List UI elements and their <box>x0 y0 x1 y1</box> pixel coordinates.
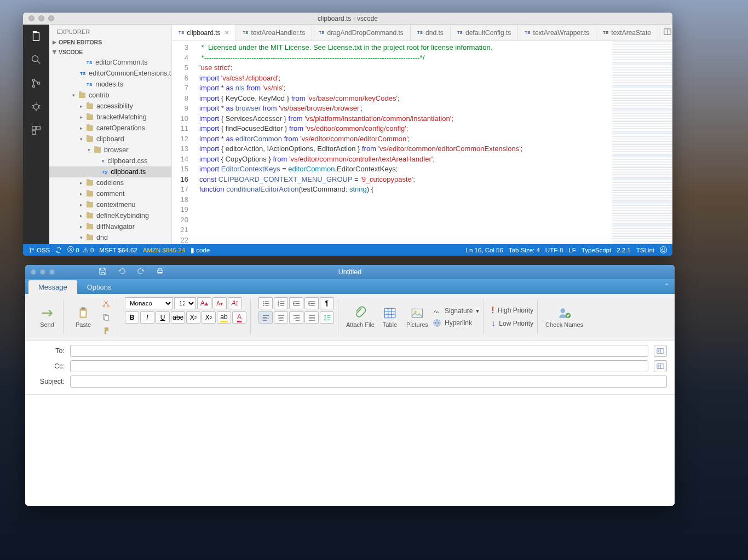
bold-button[interactable]: B <box>125 311 139 324</box>
align-left-button[interactable] <box>258 311 273 324</box>
paragraph-marks-button[interactable]: ¶ <box>320 297 334 309</box>
copy-icon[interactable] <box>99 311 113 323</box>
folder-dnd[interactable]: ▾dnd <box>49 232 171 243</box>
strikethrough-button[interactable]: abc <box>171 311 185 324</box>
font-name-select[interactable]: Monaco <box>125 297 173 309</box>
tab-textAreaState[interactable]: TStextAreaState <box>596 25 658 41</box>
stock-amzn[interactable]: AMZN $845.24 <box>143 247 185 253</box>
explorer-icon[interactable] <box>30 30 42 44</box>
font-color-button[interactable]: A <box>232 311 246 324</box>
file-editorCommon.ts[interactable]: TSeditorCommon.ts <box>49 57 171 68</box>
tab-dnd.ts[interactable]: TSdnd.ts <box>411 25 451 41</box>
editor-tabs: TSclipboard.ts×TStextAreaHandler.tsTSdra… <box>172 25 672 41</box>
numbering-button[interactable]: 123 <box>274 297 288 309</box>
folder-browser[interactable]: ▾browser <box>49 145 171 155</box>
branch-indicator[interactable]: OSS <box>28 247 50 253</box>
folder-caretOperations[interactable]: ▸caretOperations <box>49 123 171 134</box>
hyperlink-button[interactable]: Hyperlink <box>433 319 479 327</box>
cursor-position[interactable]: Ln 16, Col 56 <box>466 247 503 253</box>
bullets-button[interactable] <box>258 297 273 309</box>
cc-addressbook-button[interactable] <box>654 360 667 372</box>
line-spacing-button[interactable] <box>320 311 334 324</box>
highlight-button[interactable]: ab <box>217 311 231 324</box>
grow-font-icon[interactable]: A▴ <box>197 297 211 309</box>
open-editors-section[interactable]: ▶OPEN EDITORS <box>49 37 171 47</box>
subject-input[interactable] <box>70 376 667 388</box>
tab-textAreaWrapper.ts[interactable]: TStextAreaWrapper.ts <box>518 25 596 41</box>
stock-msft[interactable]: MSFT $64.62 <box>99 247 137 253</box>
root-folder-section[interactable]: ▶VSCODE <box>49 47 171 57</box>
increase-indent-button[interactable] <box>304 297 319 309</box>
italic-button[interactable]: I <box>140 311 154 324</box>
tab-dragAndDropCommand.ts[interactable]: TSdragAndDropCommand.ts <box>312 25 411 41</box>
ts-version[interactable]: 2.2.1 <box>617 247 631 253</box>
folder-defineKeybinding[interactable]: ▸defineKeybinding <box>49 210 171 221</box>
to-input[interactable] <box>70 345 648 357</box>
folder-accessibility[interactable]: ▸accessibility <box>49 101 171 112</box>
split-editor-icon[interactable] <box>664 28 671 37</box>
justify-button[interactable] <box>304 311 319 324</box>
table-button[interactable]: Table <box>378 306 402 328</box>
send-button[interactable]: Send <box>35 306 59 328</box>
feedback-icon[interactable] <box>660 246 667 253</box>
folder-contextmenu[interactable]: ▸contextmenu <box>49 199 171 210</box>
scm-icon[interactable] <box>30 77 42 91</box>
tab-size[interactable]: Tab Size: 4 <box>509 247 540 253</box>
folder-clipboard[interactable]: ▾clipboard <box>49 134 171 145</box>
folder-contrib[interactable]: ▾contrib <box>49 90 171 101</box>
collapse-ribbon-icon[interactable]: ⌃ <box>664 282 669 290</box>
errors-indicator[interactable]: ⓧ 0 ⚠ 0 <box>67 246 94 254</box>
tab-options[interactable]: Options <box>77 280 122 294</box>
folder-comment[interactable]: ▸comment <box>49 188 171 199</box>
format-painter-icon[interactable] <box>99 325 113 337</box>
mail-titlebar[interactable]: Untitled <box>25 265 675 279</box>
paste-button[interactable]: Paste <box>71 306 95 328</box>
debug-icon[interactable] <box>30 101 42 114</box>
minimap[interactable] <box>612 41 672 244</box>
search-icon[interactable] <box>30 54 42 67</box>
close-icon[interactable]: × <box>225 28 229 37</box>
align-center-button[interactable] <box>274 311 288 324</box>
tab-textAreaHandler.ts[interactable]: TStextAreaHandler.ts <box>236 25 312 41</box>
font-size-select[interactable]: 12 <box>174 297 196 309</box>
sidebar: EXPLORER ▶OPEN EDITORS ▶VSCODE TSeditorC… <box>49 25 172 244</box>
shrink-font-icon[interactable]: A▾ <box>212 297 227 309</box>
signature-button[interactable]: Signature ▾ <box>433 307 479 315</box>
tab-clipboard.ts[interactable]: TSclipboard.ts× <box>172 25 236 41</box>
check-names-button[interactable]: Check Names <box>545 306 583 328</box>
code-editor[interactable]: 345678910111213141516171819202122 * Lice… <box>172 41 672 244</box>
file-editorCommonExtensions.ts[interactable]: TSeditorCommonExtensions.ts <box>49 68 171 79</box>
subscript-button[interactable]: X2 <box>186 311 200 324</box>
svg-rect-6 <box>37 126 40 130</box>
vscode-titlebar[interactable]: clipboard.ts - vscode <box>23 13 672 25</box>
cc-input[interactable] <box>70 360 648 372</box>
decrease-indent-button[interactable] <box>289 297 303 309</box>
folder-bracketMatching[interactable]: ▸bracketMatching <box>49 112 171 123</box>
underline-button[interactable]: U <box>156 311 170 324</box>
file-modes.ts[interactable]: TSmodes.ts <box>49 79 171 90</box>
file-clipboard.css[interactable]: #clipboard.css <box>49 155 171 166</box>
mail-body[interactable] <box>25 395 675 506</box>
tslint[interactable]: TSLint <box>636 247 654 253</box>
tab-message[interactable]: Message <box>28 280 77 294</box>
sync-icon[interactable] <box>55 247 62 253</box>
align-right-button[interactable] <box>289 311 303 324</box>
encoding[interactable]: UTF-8 <box>545 247 563 253</box>
file-clipboard.ts[interactable]: TSclipboard.ts <box>49 166 171 177</box>
low-priority-button[interactable]: ↓Low Priority <box>491 319 533 328</box>
extensions-icon[interactable] <box>30 124 42 138</box>
superscript-button[interactable]: X2 <box>202 311 216 324</box>
folder-codelens[interactable]: ▸codelens <box>49 177 171 188</box>
high-priority-button[interactable]: !High Priority <box>491 305 533 315</box>
code-content[interactable]: * Licensed under the MIT License. See Li… <box>197 41 612 244</box>
cut-icon[interactable] <box>99 297 113 309</box>
clear-formatting-icon[interactable]: A⃠ <box>228 297 242 309</box>
attach-file-button[interactable]: Attach File <box>346 306 375 328</box>
pictures-button[interactable]: Pictures <box>405 306 429 328</box>
folder-diffNavigator[interactable]: ▸diffNavigator <box>49 221 171 232</box>
folder-indicator[interactable]: ▮ code <box>191 246 210 254</box>
language-mode[interactable]: TypeScript <box>582 247 611 253</box>
tab-defaultConfig.ts[interactable]: TSdefaultConfig.ts <box>451 25 519 41</box>
eol[interactable]: LF <box>568 247 576 253</box>
to-addressbook-button[interactable] <box>654 345 667 357</box>
